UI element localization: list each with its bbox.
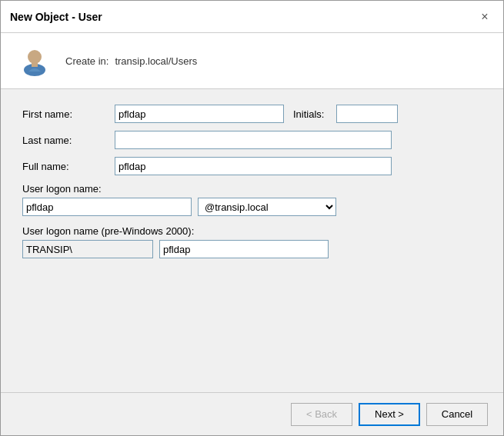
create-in-label: Create in: (65, 55, 108, 67)
domain-prefix-input[interactable] (22, 240, 153, 258)
prewin-section: User logon name (pre-Windows 2000): (22, 225, 482, 258)
domain-select[interactable]: @transip.local (198, 198, 336, 216)
svg-rect-2 (32, 62, 38, 67)
prewin-label: User logon name (pre-Windows 2000): (22, 225, 482, 237)
header-section: Create in: transip.local/Users (1, 33, 503, 89)
back-button[interactable]: < Back (291, 403, 352, 426)
full-name-label: Full name: (22, 161, 115, 172)
create-in-path: transip.local/Users (115, 55, 197, 67)
full-name-row: Full name: (22, 157, 482, 175)
full-name-input[interactable] (115, 157, 392, 175)
form-section: First name: Initials: Last name: Full na… (1, 89, 503, 392)
user-icon (18, 44, 52, 78)
prewin-inputs-row (22, 240, 482, 258)
user-logon-input[interactable] (22, 198, 192, 216)
svg-point-1 (28, 50, 42, 64)
first-name-input[interactable] (115, 105, 284, 123)
last-name-label: Last name: (22, 135, 115, 146)
first-name-label: First name: (22, 108, 115, 120)
close-button[interactable]: × (476, 8, 494, 26)
initials-label: Initials: (293, 108, 324, 120)
new-object-user-dialog: New Object - User × Create in: transip.l… (0, 0, 504, 436)
logon-inputs-row: @transip.local (22, 198, 482, 216)
prewin-logon-input[interactable] (159, 240, 329, 258)
footer-section: < Back Next > Cancel (1, 392, 503, 435)
last-name-row: Last name: (22, 131, 482, 149)
last-name-input[interactable] (115, 131, 392, 149)
cancel-button[interactable]: Cancel (426, 403, 488, 426)
user-logon-label: User logon name: (22, 183, 482, 195)
logon-name-section: User logon name: @transip.local (22, 183, 482, 216)
title-bar: New Object - User × (1, 1, 503, 33)
initials-input[interactable] (336, 105, 398, 123)
first-name-row: First name: Initials: (22, 105, 482, 123)
next-button[interactable]: Next > (359, 403, 420, 426)
create-in-info: Create in: transip.local/Users (65, 55, 197, 67)
dialog-title: New Object - User (10, 11, 102, 23)
user-avatar-container (16, 42, 53, 79)
